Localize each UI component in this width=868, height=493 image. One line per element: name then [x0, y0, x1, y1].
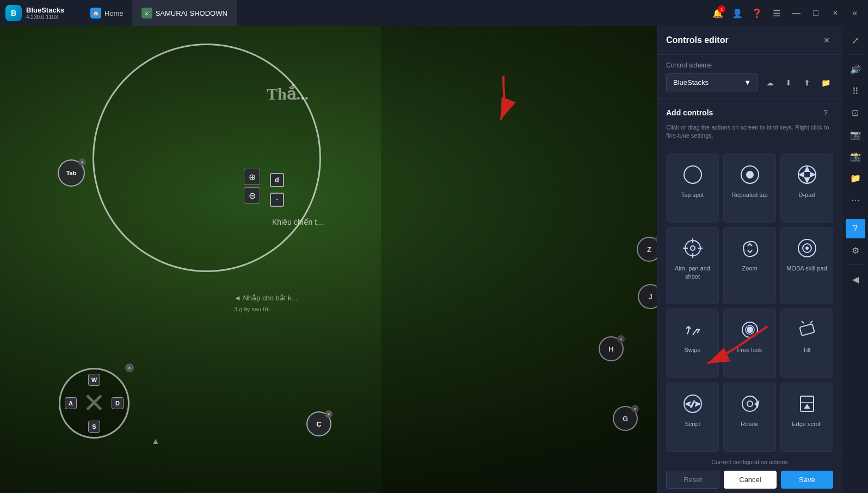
zoom-controls[interactable]: ⊕ ⊖ — [244, 169, 260, 204]
key-tab-badge[interactable]: Tab × — [58, 159, 85, 187]
aim-pan-shoot-label: Aim, pan and shoot — [671, 264, 714, 280]
wasd-close[interactable]: × — [125, 363, 134, 372]
control-tap-spot[interactable]: Tap spot — [666, 153, 719, 223]
help-btn[interactable]: ❓ — [748, 4, 766, 22]
svg-rect-22 — [799, 324, 814, 336]
add-controls-section: Add controls ? Click or drag the actions… — [657, 98, 842, 153]
game-tab-label: SAMURAI SHODOWN — [156, 9, 227, 17]
key-g-badge[interactable]: G × — [613, 406, 638, 431]
dpad-label: D-pad — [799, 191, 815, 199]
control-moba[interactable]: MOBA skill pad — [780, 227, 833, 304]
minimize-btn[interactable]: — — [787, 4, 805, 22]
rotate-icon — [738, 392, 762, 416]
scheme-row: BlueStacks ▼ ☁ ⬇ ⬆ 📁 — [666, 73, 833, 91]
control-zoom[interactable]: Zoom — [723, 227, 776, 304]
tap-spot-icon — [681, 163, 705, 187]
control-dpad[interactable]: D-pad — [780, 153, 833, 223]
scheme-export-btn[interactable]: ⬆ — [799, 75, 815, 90]
add-controls-desc: Click or drag the actions on screen to b… — [666, 124, 833, 140]
svg-point-11 — [691, 246, 695, 250]
menu-btn[interactable]: ☰ — [768, 4, 785, 22]
control-script[interactable]: </> Script — [666, 383, 719, 452]
sidebar-help-btn[interactable]: ? — [846, 219, 865, 238]
app-version: 4.230.0.1103 — [26, 14, 64, 20]
panel-close-btn[interactable]: × — [820, 34, 833, 47]
sidebar-folder-btn[interactable]: 📁 — [846, 168, 865, 188]
key-s: S — [88, 421, 100, 433]
scheme-import-btn[interactable]: ⬇ — [781, 75, 796, 90]
game-tab-icon: ⚔ — [141, 8, 152, 19]
control-rotate[interactable]: Rotate — [723, 383, 776, 452]
sidebar-grid-btn[interactable]: ⠿ — [846, 81, 865, 101]
repeated-tap-label: Repeated tap — [731, 191, 767, 199]
sidebar-record-btn[interactable]: ⊡ — [846, 103, 865, 122]
control-repeated-tap[interactable]: Repeated tap — [723, 153, 776, 223]
svg-text:</>: </> — [686, 399, 699, 408]
control-aim-pan-shoot[interactable]: Aim, pan and shoot — [666, 227, 719, 304]
notification-badge: 1 — [718, 5, 725, 13]
rotate-label: Rotate — [741, 420, 758, 428]
control-scheme-section: Control scheme BlueStacks ▼ ☁ ⬇ ⬆ 📁 — [657, 55, 842, 98]
panel-title: Controls editor — [666, 35, 729, 45]
key-w: W — [88, 374, 100, 386]
wasd-control[interactable]: ✕ W A S D × — [59, 368, 130, 439]
key-d-badge: d — [270, 173, 284, 187]
sidebar-volume-btn[interactable]: 🔊 — [846, 59, 865, 79]
bluestacks-icon: B — [5, 5, 22, 21]
add-controls-header: Add controls ? — [666, 105, 833, 120]
zoom-label: Zoom — [742, 264, 757, 272]
cancel-button[interactable]: Cancel — [724, 471, 776, 489]
bluestacks-text: BlueStacks 4.230.0.1103 — [26, 6, 64, 20]
svg-marker-32 — [805, 405, 809, 408]
control-edge-scroll[interactable]: Edge scroll — [780, 383, 833, 452]
control-swipe[interactable]: Swipe — [666, 309, 719, 378]
reset-button[interactable]: Reset — [666, 471, 719, 489]
control-free-look[interactable]: Free look — [723, 309, 776, 378]
notification-btn[interactable]: 🔔 1 — [709, 4, 727, 22]
zoom-out-btn[interactable]: ⊖ — [244, 187, 260, 204]
tab-home[interactable]: 🏠 Home — [82, 0, 133, 26]
sidebar-more-btn[interactable]: ⋯ — [846, 190, 865, 209]
topbar: B BlueStacks 4.230.0.1103 🏠 Home ⚔ SAMUR… — [0, 0, 868, 26]
svg-point-2 — [684, 166, 701, 183]
home-tab-label: Home — [104, 9, 124, 17]
sidebar-divider-1 — [847, 54, 864, 55]
moba-icon — [795, 236, 819, 260]
add-controls-help-btn[interactable]: ? — [818, 105, 833, 120]
sidebar-camera-btn[interactable]: 📷 — [846, 125, 865, 144]
scheme-chevron: ▼ — [744, 78, 751, 87]
svg-point-18 — [806, 247, 808, 249]
scheme-icons: ☁ ⬇ ⬆ 📁 — [762, 75, 833, 90]
svg-marker-8 — [799, 172, 804, 177]
svg-line-24 — [810, 321, 812, 323]
home-tab-icon: 🏠 — [90, 8, 101, 19]
add-controls-title: Add controls — [666, 108, 713, 117]
game-text-3: 3 giây sau từ... — [234, 306, 273, 313]
scheme-folder-btn[interactable]: 📁 — [818, 75, 833, 90]
scheme-cloud-btn[interactable]: ☁ — [762, 75, 778, 90]
app-name: BlueStacks — [26, 6, 64, 14]
scheme-name: BlueStacks — [673, 78, 709, 87]
panel-footer: Current configuration actions Reset Canc… — [657, 452, 842, 493]
restore-btn[interactable]: « — [846, 4, 864, 22]
maximize-btn[interactable]: □ — [807, 4, 824, 22]
sidebar-expand-btn[interactable]: ⤢ — [846, 30, 865, 50]
close-topbar-btn[interactable]: × — [827, 4, 844, 22]
tab-game[interactable]: ⚔ SAMURAI SHODOWN — [133, 0, 237, 26]
tilt-icon — [795, 318, 819, 342]
topbar-right: 🔔 1 👤 ❓ ☰ — □ × « — [709, 4, 868, 22]
sidebar-back-btn[interactable]: ◀ — [846, 269, 865, 289]
control-tilt[interactable]: Tilt — [780, 309, 833, 378]
sidebar-screenshot-btn[interactable]: 📸 — [846, 146, 865, 166]
scheme-dropdown[interactable]: BlueStacks ▼ — [666, 73, 758, 91]
key-h-badge[interactable]: H × — [599, 336, 624, 361]
svg-marker-7 — [805, 178, 809, 182]
dpad-icon — [795, 163, 819, 187]
key-c-badge[interactable]: C × — [306, 411, 331, 436]
account-btn[interactable]: 👤 — [729, 4, 746, 22]
aim-circle — [93, 44, 321, 272]
save-button[interactable]: Save — [781, 471, 833, 489]
game-text-1: Khiêu chiến t... — [272, 218, 323, 226]
zoom-in-btn[interactable]: ⊕ — [244, 169, 260, 185]
sidebar-settings-btn[interactable]: ⚙ — [846, 241, 865, 260]
